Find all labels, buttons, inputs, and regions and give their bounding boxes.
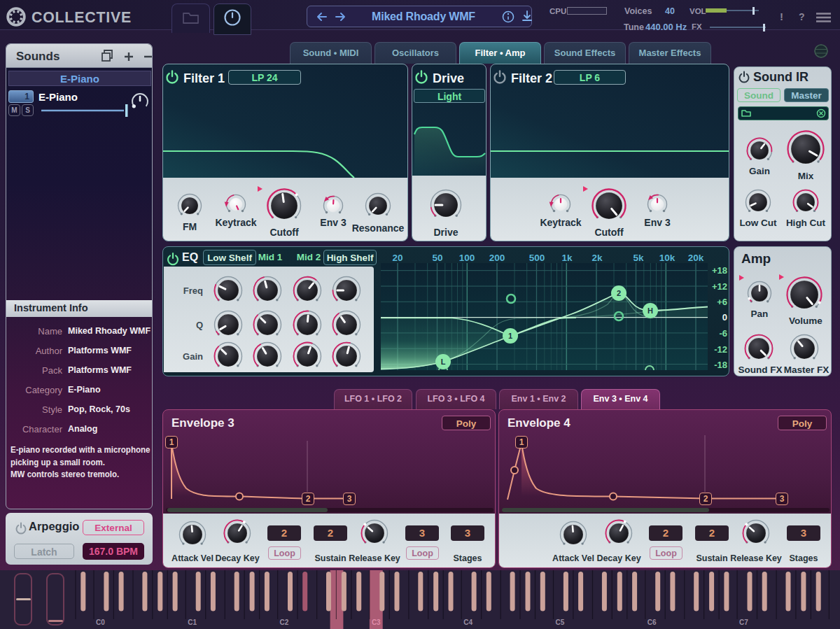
svg-text:1: 1 [508, 332, 512, 340]
svg-text:L: L [441, 358, 446, 366]
svg-text:H: H [648, 306, 653, 315]
svg-text:2: 2 [617, 289, 621, 297]
